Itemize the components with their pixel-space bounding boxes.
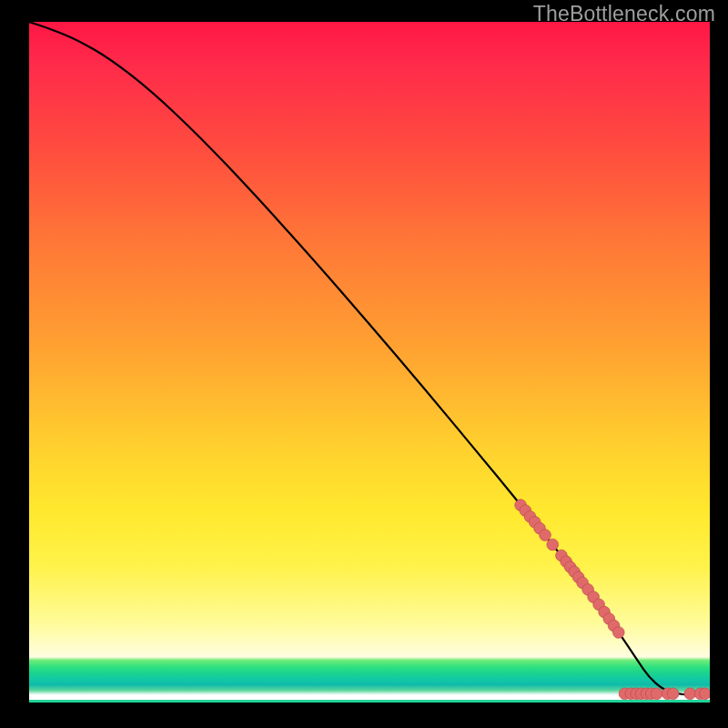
data-point-marker (699, 688, 710, 700)
chart-stage: TheBottleneck.com (0, 0, 728, 728)
chart-overlay (29, 22, 710, 703)
curve-line (29, 22, 710, 695)
watermark-text: TheBottleneck.com (533, 2, 715, 26)
data-point-marker (547, 539, 559, 551)
data-point-marker (651, 688, 662, 700)
data-point-marker (540, 530, 551, 541)
scatter-markers (515, 500, 710, 700)
data-point-marker (612, 627, 624, 639)
data-point-marker (667, 688, 679, 700)
plot-area (29, 22, 710, 703)
data-point-marker (684, 688, 696, 700)
